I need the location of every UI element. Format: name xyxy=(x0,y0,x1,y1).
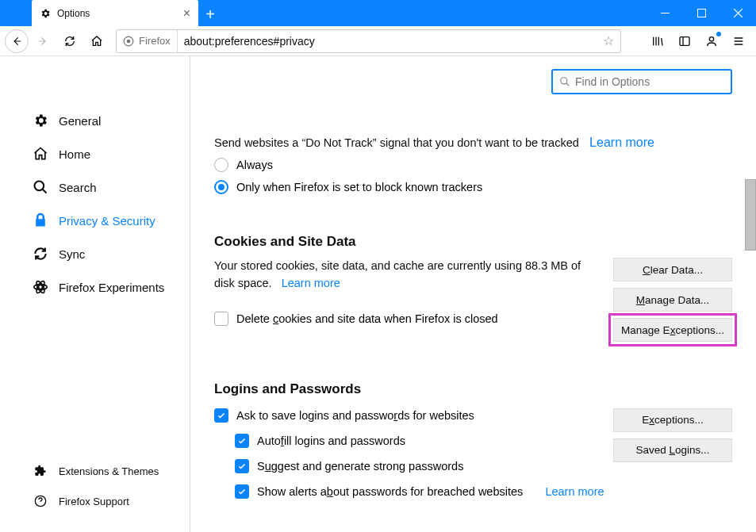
library-button[interactable] xyxy=(645,29,670,54)
bookmark-star-icon[interactable]: ☆ xyxy=(597,33,620,48)
sidebar-item-support[interactable]: Firefox Support xyxy=(0,486,190,516)
saved-logins-button[interactable]: Saved Logins... xyxy=(613,438,732,462)
sidebar-item-label: Search xyxy=(59,181,97,194)
search-icon xyxy=(32,178,49,196)
dnt-always-row[interactable]: Always xyxy=(214,158,732,172)
alerts-row[interactable]: Show alerts about passwords for breached… xyxy=(235,484,732,499)
gear-icon xyxy=(32,112,49,129)
svg-point-6 xyxy=(35,182,44,191)
alerts-label: Show alerts about passwords for breached… xyxy=(257,485,523,498)
checkbox-checked-icon[interactable] xyxy=(235,459,249,473)
sidebar-item-label: Sync xyxy=(59,247,85,261)
profile-button[interactable] xyxy=(699,29,724,54)
logins-body: Ask to save logins and passwords for web… xyxy=(214,408,732,499)
sidebar-item-label: Home xyxy=(59,147,90,161)
search-icon xyxy=(559,76,570,87)
tab-strip: Options × + xyxy=(0,0,222,26)
lock-icon xyxy=(32,212,49,229)
find-input[interactable] xyxy=(575,75,724,88)
logins-title: Logins and Passwords xyxy=(214,381,732,397)
dnt-always-label: Always xyxy=(236,159,273,171)
dnt-section: Send websites a “Do Not Track” signal th… xyxy=(214,136,732,194)
manage-exceptions-button[interactable]: Manage Exceptions... xyxy=(613,318,732,342)
sidebar-item-sync[interactable]: Sync xyxy=(0,237,190,270)
sidebar-item-label: Privacy & Security xyxy=(59,214,155,228)
dnt-default-row[interactable]: Only when Firefox is set to block known … xyxy=(214,180,732,194)
home-button[interactable] xyxy=(84,29,109,54)
svg-point-12 xyxy=(561,78,567,84)
sidebar-toggle-button[interactable] xyxy=(672,29,697,54)
dnt-default-label: Only when Firefox is set to block known … xyxy=(236,181,482,193)
sidebar-item-label: Firefox Support xyxy=(59,496,129,507)
gear-icon xyxy=(40,8,51,19)
sync-icon xyxy=(32,245,49,262)
back-button[interactable] xyxy=(5,29,29,53)
dnt-description: Send websites a “Do Not Track” signal th… xyxy=(214,136,579,149)
sidebar-item-home[interactable]: Home xyxy=(0,137,190,170)
logins-exceptions-button[interactable]: Exceptions... xyxy=(613,408,732,432)
svg-rect-0 xyxy=(661,13,670,13)
svg-point-5 xyxy=(709,36,713,40)
tab-options[interactable]: Options × xyxy=(32,0,198,26)
maximize-button[interactable] xyxy=(683,0,720,26)
urlbar[interactable]: Firefox ☆ xyxy=(116,29,621,53)
radio-icon[interactable] xyxy=(214,158,228,172)
dnt-learn-more-link[interactable]: Learn more xyxy=(589,136,654,149)
sidebar-item-search[interactable]: Search xyxy=(0,170,190,204)
url-input[interactable] xyxy=(178,35,597,48)
window-controls xyxy=(647,0,756,26)
clear-data-button[interactable]: Clear Data... xyxy=(613,258,732,281)
radio-checked-icon[interactable] xyxy=(214,180,228,194)
suggest-label: Suggest and generate strong passwords xyxy=(257,460,463,473)
checkbox-checked-icon[interactable] xyxy=(214,408,228,423)
close-window-button[interactable] xyxy=(720,0,756,26)
puzzle-icon xyxy=(32,462,49,480)
sidebar-item-general[interactable]: General xyxy=(0,104,190,137)
svg-rect-4 xyxy=(680,36,689,45)
svg-rect-1 xyxy=(697,10,705,17)
nav-toolbar: Firefox ☆ xyxy=(0,26,756,56)
close-icon[interactable]: × xyxy=(183,6,190,21)
home-icon xyxy=(32,145,49,163)
sidebar-item-experiments[interactable]: Firefox Experiments xyxy=(0,270,190,304)
checkbox-icon[interactable] xyxy=(214,312,228,326)
reload-button[interactable] xyxy=(57,29,83,54)
new-tab-button[interactable]: + xyxy=(198,2,222,26)
cookies-learn-more-link[interactable]: Learn more xyxy=(282,277,340,289)
preferences-sidebar: General Home Search Privacy & Security S… xyxy=(0,56,190,532)
main-panel: Send websites a “Do Not Track” signal th… xyxy=(190,56,756,532)
forward-button[interactable] xyxy=(30,29,56,54)
tab-label: Options xyxy=(57,8,90,19)
minimize-button[interactable] xyxy=(647,0,683,26)
cookies-usage-text: Your stored cookies, site data, and cach… xyxy=(214,259,581,289)
cookies-body: Your stored cookies, site data, and cach… xyxy=(214,258,732,326)
cookies-title: Cookies and Site Data xyxy=(214,234,732,250)
checkbox-checked-icon[interactable] xyxy=(235,484,249,499)
svg-point-3 xyxy=(127,39,131,43)
sidebar-item-label: General xyxy=(59,114,101,128)
identity-box[interactable]: Firefox xyxy=(117,30,178,52)
sidebar-item-extensions[interactable]: Extensions & Themes xyxy=(0,456,190,486)
identity-label: Firefox xyxy=(139,35,171,47)
delete-on-close-label: Delete cookies and site data when Firefo… xyxy=(236,312,498,325)
content: General Home Search Privacy & Security S… xyxy=(0,56,756,532)
alerts-learn-more-link[interactable]: Learn more xyxy=(545,485,604,498)
sidebar-item-privacy[interactable]: Privacy & Security xyxy=(0,204,190,237)
ask-save-label: Ask to save logins and passwords for web… xyxy=(236,409,474,422)
menu-button[interactable] xyxy=(726,29,751,54)
svg-point-7 xyxy=(39,285,43,289)
find-in-options[interactable] xyxy=(551,69,732,94)
firefox-icon xyxy=(123,36,134,47)
checkbox-checked-icon[interactable] xyxy=(235,434,249,448)
sidebar-item-label: Firefox Experiments xyxy=(59,281,164,294)
question-icon xyxy=(32,492,49,510)
scrollbar-thumb[interactable] xyxy=(745,179,756,251)
flask-icon xyxy=(32,278,49,296)
manage-data-button[interactable]: Manage Data... xyxy=(613,288,732,312)
autofill-label: Autofill logins and passwords xyxy=(257,434,405,447)
sidebar-item-label: Extensions & Themes xyxy=(59,465,159,477)
titlebar: Options × + xyxy=(0,0,756,26)
